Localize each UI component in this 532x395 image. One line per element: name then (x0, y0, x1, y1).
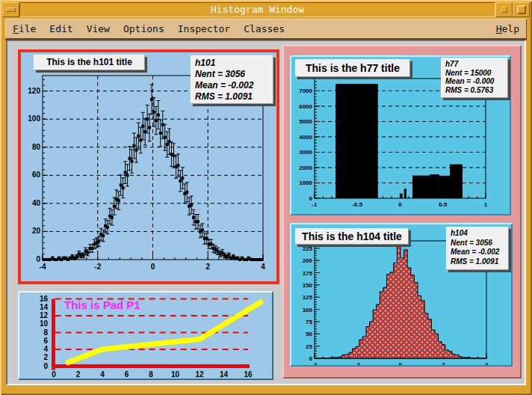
svg-text:4: 4 (43, 345, 48, 353)
stats-line: Mean = -0.002 (195, 80, 269, 91)
svg-text:-4: -4 (40, 263, 46, 271)
svg-text:2000: 2000 (299, 165, 312, 171)
stats-line: RMS = 0.5763 (445, 86, 504, 95)
window-title: Histogram Window (19, 2, 495, 17)
h77-stats-box[interactable]: h77Nent = 15000Mean = -0.000RMS = 0.5763 (441, 58, 508, 98)
svg-text:4: 4 (261, 263, 265, 271)
svg-text:120: 120 (28, 87, 40, 95)
svg-text:0: 0 (43, 362, 48, 370)
h104-title-box[interactable]: This is the h104 title (295, 228, 409, 245)
stats-line: h101 (195, 58, 269, 69)
svg-text:3000: 3000 (299, 149, 312, 156)
svg-text:4: 4 (100, 370, 105, 379)
svg-text:7000: 7000 (299, 88, 312, 94)
svg-text:0: 0 (309, 195, 313, 202)
menu-item-file[interactable]: File (6, 20, 43, 38)
menu-item-inspector[interactable]: Inspector (171, 20, 237, 38)
svg-text:2: 2 (43, 353, 48, 361)
svg-text:0: 0 (36, 255, 40, 263)
menu-item-view[interactable]: View (80, 20, 117, 38)
right-panel[interactable]: -1-0.500.5101000200030004000500060007000… (282, 45, 522, 379)
svg-text:5000: 5000 (299, 118, 312, 125)
svg-text:0.5: 0.5 (439, 201, 448, 208)
svg-text:60: 60 (32, 171, 41, 179)
svg-text:75: 75 (306, 319, 312, 325)
pad-p1[interactable]: 02468101214160246810121416 This is Pad P… (18, 291, 273, 380)
svg-text:0: 0 (52, 370, 56, 379)
svg-text:100: 100 (303, 307, 313, 313)
minimize-icon (501, 7, 507, 13)
window-menu-icon (6, 7, 16, 12)
svg-text:0: 0 (151, 263, 155, 271)
svg-text:1000: 1000 (299, 180, 312, 186)
maximize-icon (517, 5, 526, 14)
svg-text:-2: -2 (355, 361, 361, 365)
svg-text:25: 25 (306, 343, 312, 350)
window-menu-button[interactable] (2, 2, 19, 17)
h104-stats-box[interactable]: h104Nent = 3056Mean = -0.002RMS = 1.0091 (446, 227, 509, 270)
svg-text:10: 10 (171, 370, 180, 379)
stats-line: Nent = 15000 (445, 69, 504, 78)
svg-text:80: 80 (32, 143, 41, 151)
p1-pad-label: This is Pad P1 (64, 298, 140, 311)
menu-item-options[interactable]: Options (117, 20, 171, 38)
svg-text:14: 14 (220, 370, 229, 379)
svg-text:14: 14 (40, 303, 49, 311)
stats-line: Nent = 3056 (195, 69, 269, 80)
svg-text:16: 16 (244, 370, 253, 379)
svg-text:2: 2 (442, 361, 445, 365)
h77-title-box[interactable]: This is the h77 title (295, 59, 410, 77)
svg-text:150: 150 (303, 282, 313, 289)
svg-text:-0.5: -0.5 (352, 201, 362, 208)
menu-item-edit[interactable]: Edit (43, 20, 79, 38)
svg-text:16: 16 (40, 295, 49, 303)
pad-h77[interactable]: -1-0.500.5101000200030004000500060007000… (290, 55, 511, 215)
h101-stats-box[interactable]: h101Nent = 3056Mean = -0.002RMS = 1.0091 (191, 55, 273, 104)
svg-text:225: 225 (303, 245, 313, 252)
svg-text:6: 6 (125, 370, 129, 379)
svg-text:0: 0 (399, 361, 403, 365)
stats-line: h77 (445, 60, 504, 69)
svg-text:2: 2 (76, 370, 81, 379)
svg-text:100: 100 (28, 114, 40, 123)
menu-bar: FileEditViewOptionsInspectorClasses Help (5, 19, 527, 39)
svg-text:12: 12 (195, 370, 204, 379)
maximize-button[interactable] (513, 2, 530, 17)
stats-line: Mean = -0.000 (445, 77, 504, 86)
svg-text:-2: -2 (94, 263, 101, 271)
svg-text:125: 125 (303, 294, 313, 301)
menu-item-help[interactable]: Help (489, 20, 526, 38)
svg-text:50: 50 (306, 331, 312, 337)
canvas-area[interactable]: -4-2024020406080100120 This is the h101 … (6, 40, 526, 385)
svg-text:-1: -1 (312, 201, 318, 208)
svg-text:2: 2 (205, 263, 210, 271)
svg-text:6: 6 (43, 337, 48, 345)
h101-title-box[interactable]: This is the h101 title (34, 55, 145, 70)
stats-line: Mean = -0.002 (451, 248, 504, 257)
svg-text:40: 40 (32, 199, 41, 207)
stats-line: RMS = 1.0091 (451, 257, 504, 267)
svg-text:0: 0 (309, 355, 313, 362)
svg-text:4000: 4000 (299, 134, 312, 141)
stats-line: h104 (451, 229, 504, 239)
menu-item-classes[interactable]: Classes (237, 20, 291, 38)
menu-items-right: Help (489, 20, 526, 38)
svg-text:-4: -4 (312, 361, 318, 365)
svg-text:20: 20 (32, 227, 41, 235)
svg-text:0: 0 (398, 201, 402, 208)
svg-text:4: 4 (485, 361, 489, 365)
stats-line: RMS = 1.0091 (195, 91, 269, 102)
stats-line: Nent = 3056 (451, 239, 504, 248)
p1-plot[interactable]: 02468101214160246810121416 (19, 293, 272, 379)
svg-text:12: 12 (40, 311, 49, 319)
svg-text:8: 8 (149, 370, 153, 379)
pad-h104[interactable]: -4-20240255075100125150175200225 This is… (290, 223, 513, 367)
svg-text:1: 1 (484, 201, 488, 208)
svg-text:200: 200 (303, 257, 313, 264)
application-window: Histogram Window FileEditViewOptionsInsp… (0, 0, 532, 395)
svg-text:6000: 6000 (299, 103, 312, 110)
pad-h101[interactable]: -4-2024020406080100120 This is the h101 … (18, 49, 279, 284)
svg-text:175: 175 (303, 270, 313, 277)
minimize-button[interactable] (495, 2, 513, 17)
menu-items-left: FileEditViewOptionsInspectorClasses (6, 20, 291, 38)
